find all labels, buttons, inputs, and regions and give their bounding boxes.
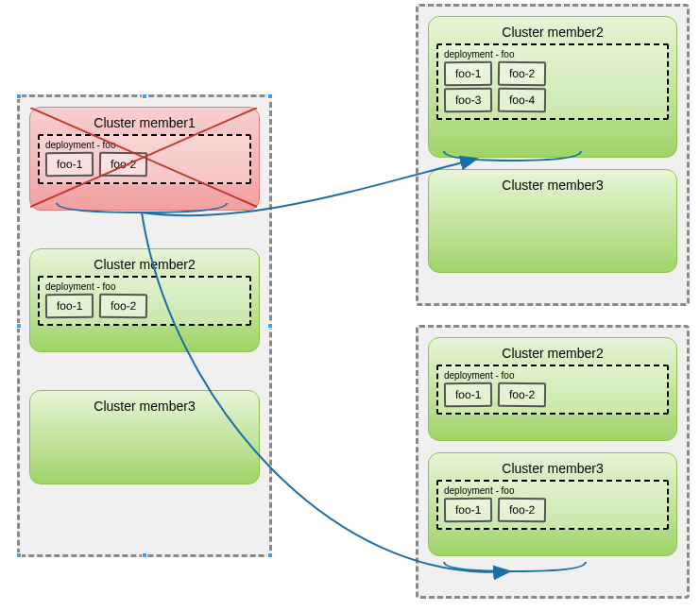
pod-row: foo-1 foo-2 xyxy=(444,498,661,522)
pod: foo-3 xyxy=(444,88,493,112)
member-title: Cluster member2 xyxy=(436,25,669,40)
member-left-1: Cluster member1 deployment - foo foo-1 f… xyxy=(29,107,260,211)
pod-row: foo-1 foo-2 xyxy=(45,152,244,177)
pod: foo-2 xyxy=(99,152,148,178)
pod: foo-2 xyxy=(498,61,547,87)
pod: foo-4 xyxy=(498,88,547,113)
member-title: Cluster member1 xyxy=(38,115,251,130)
deployment-label: deployment - foo xyxy=(45,281,244,292)
pod-row: foo-1 foo-2 xyxy=(444,382,661,407)
member-tr-2: Cluster member2 deployment - foo foo-1 f… xyxy=(428,16,677,158)
pod: foo-2 xyxy=(498,498,547,523)
member-tr-3: Cluster member3 xyxy=(428,169,677,273)
member-left-3: Cluster member3 xyxy=(29,390,260,484)
deployment-label: deployment - foo xyxy=(45,140,244,150)
member-title: Cluster member2 xyxy=(436,346,669,361)
deployment-box: deployment - foo foo-1 foo-2 foo-3 foo-4 xyxy=(436,43,669,120)
deployment-box: deployment - foo foo-1 foo-2 xyxy=(38,134,251,184)
pod-row: foo-1 foo-2 xyxy=(444,61,661,86)
deployment-box: deployment - foo foo-1 foo-2 xyxy=(38,276,251,326)
deployment-label: deployment - foo xyxy=(444,49,661,59)
pod-row: foo-1 foo-2 xyxy=(45,294,244,318)
pod: foo-1 xyxy=(444,382,493,407)
member-title: Cluster member3 xyxy=(38,399,251,414)
pod: foo-1 xyxy=(45,294,94,318)
deployment-label: deployment - foo xyxy=(444,485,661,496)
member-left-2: Cluster member2 deployment - foo foo-1 f… xyxy=(29,248,260,352)
member-title: Cluster member3 xyxy=(436,178,669,193)
pod: foo-1 xyxy=(45,152,94,177)
pod: foo-1 xyxy=(444,61,493,86)
cluster-top-right: Cluster member2 deployment - foo foo-1 f… xyxy=(416,4,690,306)
member-title: Cluster member2 xyxy=(38,257,251,272)
member-title: Cluster member3 xyxy=(436,461,669,476)
pod-row: foo-3 foo-4 xyxy=(444,88,661,112)
cluster-bottom-right: Cluster member2 deployment - foo foo-1 f… xyxy=(416,325,690,599)
pod: foo-1 xyxy=(444,498,493,522)
pod: foo-2 xyxy=(498,382,547,408)
deployment-label: deployment - foo xyxy=(444,370,661,381)
pod: foo-2 xyxy=(99,294,148,319)
deployment-box: deployment - foo foo-1 foo-2 xyxy=(436,480,669,530)
member-br-3: Cluster member3 deployment - foo foo-1 f… xyxy=(428,452,677,556)
cluster-left: Cluster member1 deployment - foo foo-1 f… xyxy=(17,94,272,557)
member-br-2: Cluster member2 deployment - foo foo-1 f… xyxy=(428,337,677,441)
deployment-box: deployment - foo foo-1 foo-2 xyxy=(436,365,669,415)
